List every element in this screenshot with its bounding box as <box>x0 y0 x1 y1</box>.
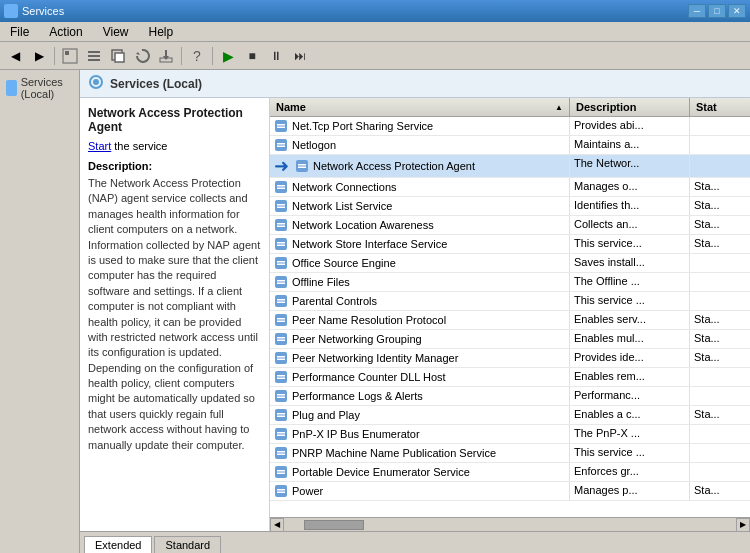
table-row[interactable]: PnP-X IP Bus Enumerator The PnP-X ... <box>270 425 750 444</box>
svg-rect-19 <box>296 160 308 172</box>
export-button[interactable] <box>155 45 177 67</box>
svg-rect-62 <box>277 432 285 434</box>
close-button[interactable]: ✕ <box>728 4 746 18</box>
svg-rect-31 <box>275 238 287 250</box>
table-row[interactable]: Network List Service Identifies th... St… <box>270 197 750 216</box>
show-scope-button[interactable] <box>59 45 81 67</box>
svg-rect-32 <box>277 242 285 244</box>
window-icon <box>4 4 18 18</box>
help-button[interactable]: ? <box>186 45 208 67</box>
menu-view[interactable]: View <box>97 23 135 41</box>
svg-rect-60 <box>277 416 285 418</box>
stop-button[interactable]: ■ <box>241 45 263 67</box>
table-row[interactable]: Netlogon Maintains a... <box>270 136 750 155</box>
svg-rect-16 <box>275 139 287 151</box>
scroll-left-arrow[interactable]: ◀ <box>270 518 284 532</box>
table-row[interactable]: ➜ Network Access Protection Agent The Ne… <box>270 155 750 178</box>
svg-rect-35 <box>277 261 285 263</box>
svg-rect-2 <box>88 51 100 53</box>
back-button[interactable]: ◀ <box>4 45 26 67</box>
table-row[interactable]: Peer Networking Identity Manager Provide… <box>270 349 750 368</box>
show-list-button[interactable] <box>83 45 105 67</box>
col-desc[interactable]: Description <box>570 98 690 116</box>
content-body: Network Access Protection Agent Start th… <box>80 98 750 531</box>
tab-standard[interactable]: Standard <box>154 536 221 553</box>
menu-action[interactable]: Action <box>43 23 88 41</box>
start-service-line: Start the service <box>88 140 261 152</box>
svg-marker-7 <box>136 52 140 55</box>
sidebar: Services (Local) <box>0 70 80 553</box>
svg-point-12 <box>93 79 99 85</box>
toolbar: ◀ ▶ ? ▶ ■ ⏸ ⏭ <box>0 42 750 70</box>
restore-button[interactable]: □ <box>708 4 726 18</box>
table-row[interactable]: Network Store Interface Service This ser… <box>270 235 750 254</box>
svg-rect-52 <box>275 371 287 383</box>
table-row[interactable]: Performance Logs & Alerts Performanc... <box>270 387 750 406</box>
svg-rect-24 <box>277 188 285 190</box>
menu-file[interactable]: File <box>4 23 35 41</box>
table-row[interactable]: Peer Networking Grouping Enables mul... … <box>270 330 750 349</box>
svg-rect-47 <box>277 337 285 339</box>
scroll-right-arrow[interactable]: ▶ <box>736 518 750 532</box>
scroll-thumb[interactable] <box>304 520 364 530</box>
forward-button[interactable]: ▶ <box>28 45 50 67</box>
table-row[interactable]: Offline Files The Offline ... <box>270 273 750 292</box>
table-row[interactable]: Net.Tcp Port Sharing Service Provides ab… <box>270 117 750 136</box>
svg-rect-14 <box>277 124 285 126</box>
svg-rect-26 <box>277 204 285 206</box>
svg-rect-51 <box>277 359 285 361</box>
start-service-link[interactable]: Start <box>88 140 111 152</box>
table-row[interactable]: Network Connections Manages o... Sta... <box>270 178 750 197</box>
svg-rect-55 <box>275 390 287 402</box>
table-row[interactable]: PNRP Machine Name Publication Service Th… <box>270 444 750 463</box>
svg-rect-1 <box>65 51 69 55</box>
description-title: Description: <box>88 160 261 172</box>
table-row[interactable]: Performance Counter DLL Host Enables rem… <box>270 368 750 387</box>
resume-button[interactable]: ⏭ <box>289 45 311 67</box>
table-row[interactable]: Peer Name Resolution Protocol Enables se… <box>270 311 750 330</box>
table-row[interactable]: Portable Device Enumerator Service Enfor… <box>270 463 750 482</box>
svg-rect-22 <box>275 181 287 193</box>
svg-rect-54 <box>277 378 285 380</box>
sidebar-icon <box>6 80 17 96</box>
svg-rect-38 <box>277 280 285 282</box>
svg-rect-4 <box>88 59 100 61</box>
table-row[interactable]: Network Location Awareness Collects an..… <box>270 216 750 235</box>
svg-rect-46 <box>275 333 287 345</box>
refresh-button[interactable] <box>131 45 153 67</box>
play-button[interactable]: ▶ <box>217 45 239 67</box>
new-window-button[interactable] <box>107 45 129 67</box>
svg-rect-61 <box>275 428 287 440</box>
svg-rect-56 <box>277 394 285 396</box>
window-container: Services ─ □ ✕ File Action View Help ◀ ▶ <box>0 0 750 553</box>
svg-rect-48 <box>277 340 285 342</box>
menu-bar: File Action View Help <box>0 22 750 42</box>
table-row[interactable]: Plug and Play Enables a c... Sta... <box>270 406 750 425</box>
svg-rect-39 <box>277 283 285 285</box>
svg-rect-68 <box>277 470 285 472</box>
table-row[interactable]: Parental Controls This service ... <box>270 292 750 311</box>
row-arrow: ➜ <box>274 157 289 175</box>
right-panel: Name ▲ Description Stat Net.Tcp Port Sha… <box>270 98 750 531</box>
svg-rect-36 <box>277 264 285 266</box>
content-area: Services (Local) Network Access Protecti… <box>80 70 750 553</box>
pause-button[interactable]: ⏸ <box>265 45 287 67</box>
sidebar-header: Services (Local) <box>4 74 75 102</box>
svg-rect-44 <box>277 318 285 320</box>
svg-rect-64 <box>275 447 287 459</box>
tab-extended[interactable]: Extended <box>84 536 152 553</box>
table-row[interactable]: Power Manages p... Sta... <box>270 482 750 501</box>
left-panel: Network Access Protection Agent Start th… <box>80 98 270 531</box>
svg-rect-25 <box>275 200 287 212</box>
left-panel-title: Network Access Protection Agent <box>88 106 261 134</box>
menu-help[interactable]: Help <box>143 23 180 41</box>
svg-rect-70 <box>275 485 287 497</box>
svg-rect-33 <box>277 245 285 247</box>
minimize-button[interactable]: ─ <box>688 4 706 18</box>
col-status[interactable]: Stat <box>690 98 750 116</box>
horizontal-scrollbar[interactable]: ◀ ▶ <box>270 517 750 531</box>
table-row[interactable]: Office Source Engine Saves install... <box>270 254 750 273</box>
svg-rect-29 <box>277 223 285 225</box>
svg-rect-21 <box>298 167 306 169</box>
col-name[interactable]: Name ▲ <box>270 98 570 116</box>
